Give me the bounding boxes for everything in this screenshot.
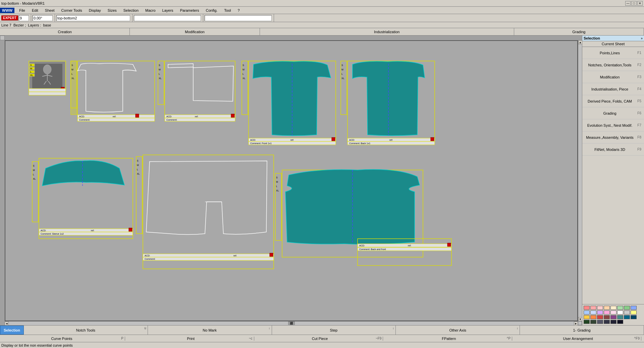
swatch-1[interactable] [584, 306, 590, 310]
angle-input[interactable] [33, 15, 53, 21]
swatch-29[interactable] [610, 320, 616, 324]
menu-parameters[interactable]: Parameters [177, 8, 203, 13]
svg-text:ref:: ref: [290, 139, 294, 141]
swatch-15[interactable] [624, 310, 630, 314]
panel-btn-evolution[interactable]: Evolution Syst., Nest Modif. F7 [582, 119, 644, 131]
svg-text:ACD:: ACD: [359, 244, 365, 247]
no-mark-key: ↓ [269, 326, 270, 330]
swatch-17[interactable] [584, 315, 590, 319]
svg-text:M: M [159, 68, 161, 71]
pieces-svg: S M L XL S M L [5, 41, 577, 321]
svg-rect-38 [165, 61, 235, 118]
svg-text:XL: XL [33, 178, 36, 180]
step-section: Step ↓ [272, 326, 396, 335]
menu-display[interactable]: Display [86, 8, 104, 13]
swatch-18[interactable] [590, 315, 596, 319]
layers-input[interactable] [134, 15, 201, 21]
print-label: Print [187, 337, 195, 341]
svg-rect-107 [447, 243, 451, 246]
scroll-left-button[interactable]: ◄ [5, 322, 9, 325]
selection-button[interactable]: Selection [0, 326, 24, 335]
swatch-4[interactable] [604, 306, 610, 310]
piece-front-filled-group: S M L XL ACD: ref: Comment: Front 1x1 [242, 61, 336, 145]
svg-text:S: S [276, 176, 278, 179]
svg-text:XL: XL [341, 77, 344, 79]
panel-btn-derived-label: Derived Piece, Folds, CAM [585, 99, 635, 103]
panel-btn-fitnet[interactable]: FitNet, Modaris 3D F9 [582, 143, 644, 156]
swatch-25[interactable] [584, 320, 590, 324]
svg-text:XL: XL [243, 77, 246, 79]
menu-macro[interactable]: Macro [142, 8, 159, 13]
panel-btn-industrialisation[interactable]: Industrialisation, Piece F4 [582, 83, 644, 95]
piece-name-input[interactable] [56, 15, 130, 21]
menu-selection[interactable]: Selection [120, 8, 142, 13]
svg-text:Comment:: Comment: [145, 258, 155, 260]
swatch-11[interactable] [597, 310, 603, 314]
svg-text:L: L [71, 73, 73, 75]
panel-close-button[interactable]: » [641, 37, 643, 40]
swatch-3[interactable] [597, 306, 603, 310]
swatch-16[interactable] [631, 310, 637, 314]
piece-number-input[interactable] [19, 15, 29, 21]
menu-tool[interactable]: Tool [221, 8, 234, 13]
menu-layers[interactable]: Layers [159, 8, 177, 13]
swatch-8[interactable] [631, 306, 637, 310]
svg-text:S: S [33, 165, 35, 167]
panel-btn-derived-key: F5 [635, 99, 641, 103]
swatch-14[interactable] [617, 310, 623, 314]
swatch-23[interactable] [624, 315, 630, 319]
swatch-30[interactable] [617, 320, 623, 324]
menu-help[interactable]: ? [234, 8, 243, 13]
swatch-10[interactable] [590, 310, 596, 314]
scroll-right-button[interactable]: ► [574, 322, 578, 325]
swatch-21[interactable] [610, 315, 616, 319]
menu-sizes[interactable]: Sizes [104, 8, 120, 13]
panel-btn-modification[interactable]: Modification F3 [582, 71, 644, 83]
svg-text:S: S [137, 160, 139, 162]
swatch-13[interactable] [610, 310, 616, 314]
swatch-12[interactable] [604, 310, 610, 314]
swatch-19[interactable] [597, 315, 603, 319]
other-axis-label: Other Axis [449, 328, 466, 332]
swatch-22[interactable] [617, 315, 623, 319]
swatch-26[interactable] [590, 320, 596, 324]
grading-input[interactable] [205, 15, 272, 21]
panel-btn-derived[interactable]: Derived Piece, Folds, CAM F5 [582, 95, 644, 107]
panel-btn-points-lines[interactable]: Points,Lines F1 [582, 47, 644, 59]
scroll-down-button[interactable]: ▼ [578, 317, 582, 321]
menu-sheet[interactable]: Sheet [42, 8, 58, 13]
h-scrollbar[interactable]: ◄ ► ⬛ [5, 321, 578, 325]
swatch-20[interactable] [604, 315, 610, 319]
www-button[interactable]: WWW [0, 8, 14, 13]
step-label: Step [330, 328, 338, 332]
panel-btn-measure-key: F8 [635, 135, 641, 139]
swatch-5[interactable] [610, 306, 616, 310]
print-key: ~c [249, 337, 253, 340]
canvas-area[interactable]: ▲ ▼ ◄ ► ⬛ [0, 36, 582, 325]
swatch-7[interactable] [624, 306, 630, 310]
swatch-2[interactable] [590, 306, 596, 310]
svg-text:ref:: ref: [408, 244, 411, 247]
panel-btn-grading[interactable]: Grading F6 [582, 107, 644, 119]
fpattern-label: FPattern [442, 337, 456, 341]
maximize-button[interactable]: □ [631, 1, 637, 6]
scroll-up-button[interactable]: ▲ [578, 40, 582, 44]
panel-btn-measure[interactable]: Measure.,Assembly, Variants F8 [582, 131, 644, 143]
close-button[interactable]: ✕ [637, 1, 643, 6]
panel-btn-notches[interactable]: Notches, Orientation,Tools F2 [582, 59, 644, 71]
swatch-28[interactable] [604, 320, 610, 324]
menu-file[interactable]: File [16, 8, 29, 13]
menu-edit[interactable]: Edit [29, 8, 42, 13]
menu-corner-tools[interactable]: Corner Tools [58, 8, 86, 13]
right-panel-subheader: Current Sheet [582, 41, 644, 47]
minimize-button[interactable]: — [625, 1, 631, 6]
grading-section-bottom: 1- Grading [520, 326, 644, 335]
swatch-27[interactable] [597, 320, 603, 324]
swatch-6[interactable] [617, 306, 623, 310]
curve-points-label: Curve Points [51, 337, 72, 341]
menu-config[interactable]: Config. [202, 8, 221, 13]
swatch-9[interactable] [584, 310, 590, 314]
curve-points-key: P [121, 337, 123, 340]
v-scrollbar[interactable]: ▲ ▼ [578, 40, 582, 321]
swatch-24[interactable] [631, 315, 637, 319]
